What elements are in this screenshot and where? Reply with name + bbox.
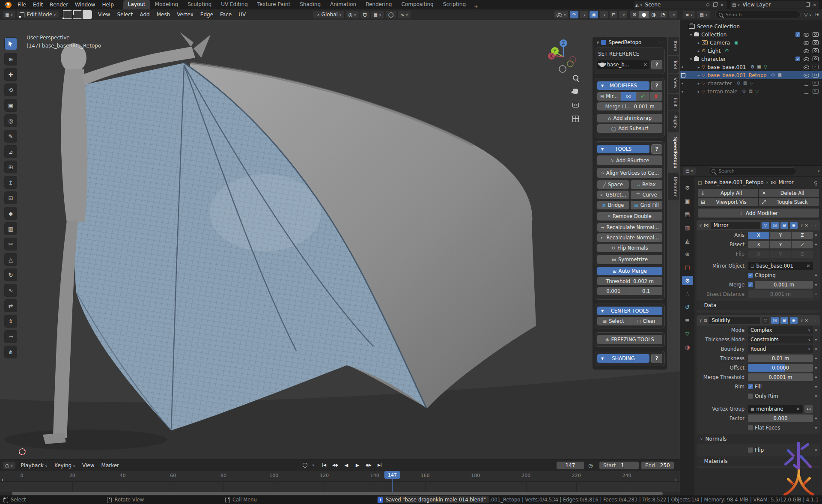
tool-bevel[interactable]: ◆ (4, 207, 17, 220)
outliner-row-character-collection[interactable]: ▾ character ✓ (680, 55, 822, 63)
saved-notification[interactable]: i Saved "base-dragonkin-male-014.blend" (377, 496, 489, 503)
on-cage-toggle[interactable]: ◳ (771, 317, 779, 324)
help-button[interactable]: ? (651, 81, 662, 90)
tool-poly-build[interactable]: △ (4, 253, 17, 266)
space-button[interactable]: ╱Space (597, 180, 629, 189)
render-display-toggle[interactable]: ◉ (790, 317, 798, 324)
tool-measure[interactable]: ⊿ (4, 145, 17, 158)
close-icon[interactable]: ✕ (805, 223, 808, 228)
shading-dropdown[interactable]: ∨ (669, 11, 677, 18)
navigation-gizmo[interactable]: Z Y X (545, 36, 582, 76)
render-visibility-icon[interactable] (813, 32, 819, 37)
center-tools-header[interactable]: ▼CENTER TOOLS (597, 307, 662, 315)
tab-world[interactable]: ⊕ (682, 249, 693, 259)
menu-marker[interactable]: Marker (98, 462, 122, 468)
gstretch-button[interactable]: ≈GStret... (597, 191, 629, 199)
pin-icon[interactable] (706, 3, 709, 6)
tab-shading[interactable]: Shading (295, 0, 325, 9)
collapse-region-arrow[interactable]: ‹ (675, 477, 676, 483)
npanel-tab-item[interactable]: Item (668, 37, 679, 55)
flip-x-button[interactable]: X (748, 251, 769, 258)
new-scene-icon[interactable] (713, 3, 717, 7)
expand-sidebar-arrow[interactable]: › (2, 477, 3, 483)
npanel-tab-rigify[interactable]: Rigify (668, 111, 679, 132)
properties-type-button[interactable]: ▤∨ (683, 167, 696, 175)
animate-dot[interactable] (815, 395, 817, 397)
hide-eye-icon[interactable] (804, 57, 809, 61)
render-display-toggle[interactable]: ◉ (790, 222, 798, 229)
merge-threshold-slider[interactable]: 0.001 m (755, 281, 813, 289)
hide-eye-icon[interactable] (804, 48, 809, 53)
unlink-scene-icon[interactable]: ✕ (719, 3, 725, 7)
add-subsurf-button[interactable]: ◯Add Subsurf (597, 124, 662, 133)
tab-output[interactable]: ▤ (682, 209, 693, 219)
modifier-name-field[interactable]: Mirror (711, 222, 760, 229)
blender-logo-icon[interactable] (5, 2, 12, 8)
properties-search-input[interactable] (718, 168, 793, 174)
show-overlays-toggle[interactable]: ◉ (590, 11, 598, 18)
grid-fill-button[interactable]: ▦Grid Fill (631, 201, 662, 209)
bisect-x-button[interactable]: X (748, 241, 769, 248)
tool-cursor[interactable]: ⊕ (4, 53, 17, 66)
current-frame-field[interactable]: 147 (557, 462, 584, 469)
only-rim-checkbox[interactable] (748, 394, 753, 399)
tool-add-cube[interactable]: ⊞ (4, 161, 17, 173)
tab-uv-editing[interactable]: UV Editing (216, 0, 253, 9)
animate-dot[interactable] (815, 234, 817, 236)
playhead-line[interactable] (392, 479, 393, 492)
reference-object-field[interactable]: base_b... ✕ (597, 60, 649, 69)
exclude-checkbox[interactable]: ✓ (795, 57, 800, 61)
clear-icon[interactable]: ✕ (806, 263, 810, 269)
playhead-badge[interactable]: 147 (384, 471, 400, 479)
tab-modifiers[interactable]: ⚙ (682, 276, 693, 285)
bisect-distance-slider[interactable]: 0.001 m (748, 290, 813, 298)
breadcrumb-modifier[interactable]: Mirror (778, 179, 793, 185)
help-button[interactable]: ? (651, 144, 662, 154)
previous-keyframe-button[interactable]: ◀◆ (330, 461, 340, 469)
outliner-row-terran-male[interactable]: ▸▽ terran male ⚙▦▽ (680, 87, 822, 95)
tools-header[interactable]: ▼TOOLS (597, 145, 649, 153)
zoom-icon[interactable] (571, 73, 580, 82)
thickness-slider[interactable]: 0.01 m (748, 355, 813, 362)
wireframe-shading-button[interactable]: ⊕ (630, 11, 639, 18)
menu-window[interactable]: Window (71, 0, 98, 9)
toggle-ortho-icon[interactable] (571, 114, 580, 123)
object-type-visibility-dropdown[interactable]: ∨ (554, 11, 568, 18)
proportional-editing-toggle[interactable]: ◯ (386, 11, 396, 18)
timeline-ruler[interactable]: 020406080100120140160180200220240 (0, 471, 680, 481)
threshold-01-button[interactable]: 0.1 (630, 287, 663, 295)
timeline-scrollbar[interactable] (12, 492, 663, 495)
invert-vertex-group-button[interactable]: ↔ (804, 405, 813, 413)
vertex-group-field[interactable]: ▦membrane✕ (748, 405, 803, 413)
flip-y-button[interactable]: Y (770, 251, 791, 258)
outliner-row-base-base-001[interactable]: ▸▽ base_base.001 ⚙▦▽ (680, 63, 822, 71)
offset-slider[interactable]: 0.0000 (748, 364, 813, 372)
tool-tweak[interactable] (4, 37, 17, 50)
transform-orientation-dropdown[interactable]: ⊿Global∨ (313, 11, 344, 18)
animate-dot[interactable] (815, 427, 817, 429)
menu-view[interactable]: View (95, 12, 113, 18)
menu-file[interactable]: File (14, 0, 30, 9)
snap-settings-dropdown[interactable]: ▦∨ (371, 11, 384, 18)
xray-dropdown[interactable]: ∨ (619, 11, 627, 18)
menu-keying[interactable]: Keying∨ (51, 462, 79, 468)
render-visibility-icon[interactable] (813, 89, 819, 94)
tab-scripting[interactable]: Scripting (438, 0, 471, 9)
animate-dot[interactable] (815, 274, 817, 276)
tab-view-layer[interactable]: ▥ (682, 223, 693, 232)
tab-texture-paint[interactable]: Texture Paint (253, 0, 295, 9)
timeline-type-button[interactable]: ◷∨ (3, 462, 15, 469)
animate-dot[interactable] (815, 376, 817, 378)
center-select-button[interactable]: ▦Select (597, 317, 630, 325)
play-button[interactable]: ▶ (352, 461, 363, 469)
animate-dot[interactable] (815, 449, 817, 451)
outliner-row-collection[interactable]: ▾ Collection ✓ (680, 30, 822, 39)
tool-scale[interactable]: ▣ (4, 99, 17, 112)
hide-eye-icon[interactable] (804, 32, 809, 37)
recalculate-normals-outside-button[interactable]: →Recalculate Normal... (597, 223, 662, 232)
outliner-row-character-mesh[interactable]: ▸▽ character ⚙▦▽ (680, 79, 822, 87)
modifier-name-field[interactable]: Solidify (709, 317, 760, 324)
tab-physics[interactable]: ↺ (682, 302, 693, 312)
viewport-vis-button[interactable]: ⊟Viewport Vis (698, 198, 758, 206)
editor-type-button[interactable]: ▦∨ (3, 11, 15, 18)
